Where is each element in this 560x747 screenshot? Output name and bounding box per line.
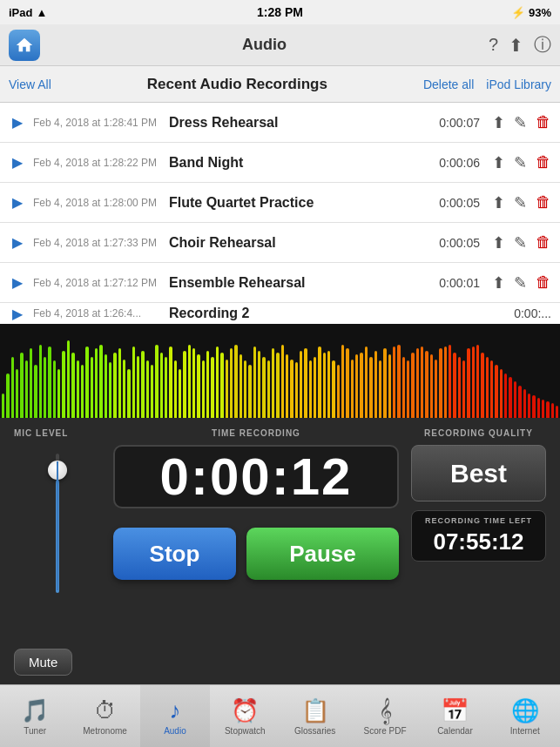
score-pdf-icon: 𝄞 — [379, 697, 392, 724]
play-button[interactable]: ▶ — [9, 274, 26, 291]
viz-bar — [411, 353, 414, 418]
quality-panel: Best RECORDING TIME LEFT 07:55:12 — [411, 445, 546, 562]
viz-bar — [476, 345, 479, 418]
mic-level-slider[interactable] — [14, 445, 101, 619]
edit-icon[interactable]: ✎ — [514, 193, 527, 212]
viz-bar — [77, 360, 79, 418]
play-button[interactable]: ▶ — [9, 194, 26, 211]
pause-button[interactable]: Pause — [246, 528, 399, 580]
viz-bar — [34, 365, 37, 418]
play-button[interactable]: ▶ — [9, 306, 26, 322]
viz-bar — [272, 348, 274, 418]
mute-button[interactable]: Mute — [14, 649, 72, 676]
rec-actions: ⬆ ✎ 🗑 — [492, 113, 551, 132]
rec-actions: ⬆ ✎ 🗑 — [492, 153, 551, 172]
delete-icon[interactable]: 🗑 — [536, 273, 551, 292]
rec-actions: ⬆ ✎ 🗑 — [492, 193, 551, 212]
rec-duration: 0:00:... — [501, 306, 551, 320]
tab-score-pdf[interactable]: 𝄞 Score PDF — [350, 685, 420, 747]
play-button[interactable]: ▶ — [9, 234, 26, 251]
tab-glossaries[interactable]: 📋 Glossaries — [280, 685, 350, 747]
viz-bar — [151, 365, 153, 418]
viz-bar — [240, 354, 242, 418]
controls-labels: MIC LEVEL TIME RECORDING RECORDING QUALI… — [14, 428, 546, 438]
viz-bar — [481, 353, 483, 418]
viz-bar — [146, 360, 149, 418]
share-icon[interactable]: ⬆ — [492, 113, 505, 132]
rec-date: Feb 4, 2018 at 1:27:33 PM — [33, 237, 162, 249]
viz-bar — [379, 360, 381, 418]
viz-bar — [44, 357, 46, 418]
viz-bar — [141, 351, 144, 418]
viz-bar — [2, 394, 4, 418]
status-right: ⚡ 93% — [511, 6, 551, 19]
viz-bar — [183, 351, 186, 418]
viz-bar — [179, 369, 181, 418]
viz-bar — [556, 406, 558, 418]
tab-audio[interactable]: ♪ Audio — [140, 685, 210, 747]
viz-bar — [202, 360, 205, 418]
stop-button[interactable]: Stop — [113, 528, 236, 580]
tab-bar: 🎵 Tuner ⏱ Metronome ♪ Audio ⏰ Stopwatch … — [0, 684, 560, 747]
viz-bar — [449, 345, 451, 418]
tab-internet[interactable]: 🌐 Internet — [490, 685, 560, 747]
edit-icon[interactable]: ✎ — [514, 153, 527, 172]
edit-icon[interactable]: ✎ — [514, 233, 527, 252]
tab-calendar[interactable]: 📅 Calendar — [420, 685, 489, 747]
viz-bar — [532, 395, 535, 418]
rec-date: Feb 4, 2018 at 1:28:00 PM — [33, 197, 162, 209]
tab-tuner[interactable]: 🎵 Tuner — [0, 685, 70, 747]
ipod-library-button[interactable]: iPod Library — [486, 77, 551, 91]
viz-bar — [262, 357, 265, 418]
delete-icon[interactable]: 🗑 — [536, 153, 551, 172]
viz-bar — [304, 348, 307, 418]
home-button[interactable] — [9, 30, 40, 61]
rec-duration: 0:00:07 — [429, 116, 480, 130]
play-button[interactable]: ▶ — [9, 154, 26, 171]
viz-bar — [346, 348, 348, 418]
recordings-header: View All Recent Audio Recordings Delete … — [0, 66, 560, 103]
share-icon[interactable]: ⬆ — [492, 233, 505, 252]
delete-icon[interactable]: 🗑 — [536, 233, 551, 252]
play-button[interactable]: ▶ — [9, 114, 26, 131]
rec-duration: 0:00:01 — [429, 276, 480, 290]
viz-bar — [160, 353, 163, 418]
rec-duration: 0:00:05 — [429, 236, 480, 250]
stopwatch-label: Stopwatch — [225, 726, 266, 736]
delete-icon[interactable]: 🗑 — [536, 193, 551, 212]
viz-bar — [537, 398, 540, 418]
edit-icon[interactable]: ✎ — [514, 113, 527, 132]
tab-stopwatch[interactable]: ⏰ Stopwatch — [210, 685, 280, 747]
viz-bar — [295, 362, 298, 418]
viz-bar — [276, 353, 279, 418]
viz-bar — [132, 347, 135, 418]
viz-bar — [462, 360, 465, 418]
viz-bar — [351, 360, 354, 418]
wifi-icon: ▲ — [36, 6, 47, 19]
viz-bar — [281, 345, 284, 418]
share-icon[interactable]: ⬆ — [492, 153, 505, 172]
tab-metronome[interactable]: ⏱ Metronome — [70, 685, 139, 747]
viz-bar — [300, 351, 302, 418]
delete-all-button[interactable]: Delete all — [423, 77, 474, 91]
quality-button[interactable]: Best — [411, 445, 546, 501]
share-button[interactable]: ⬆ — [509, 35, 523, 56]
glossaries-icon: 📋 — [301, 697, 329, 724]
viz-bar — [500, 369, 503, 418]
rec-date: Feb 4, 2018 at 1:26:4... — [33, 307, 162, 320]
delete-icon[interactable]: 🗑 — [536, 113, 551, 131]
viz-bar — [16, 369, 18, 418]
share-icon[interactable]: ⬆ — [492, 273, 505, 293]
viz-bar — [337, 365, 340, 418]
help-button[interactable]: ? — [489, 35, 498, 55]
viz-bar — [174, 360, 177, 418]
audio-icon: ♪ — [169, 697, 180, 724]
view-all-button[interactable]: View All — [9, 77, 51, 91]
info-button[interactable]: ⓘ — [534, 33, 551, 57]
viz-bar — [188, 345, 191, 418]
stopwatch-icon: ⏰ — [231, 697, 259, 724]
calendar-label: Calendar — [437, 726, 473, 736]
viz-canvas — [0, 324, 560, 418]
share-icon[interactable]: ⬆ — [492, 193, 505, 212]
edit-icon[interactable]: ✎ — [514, 273, 527, 293]
